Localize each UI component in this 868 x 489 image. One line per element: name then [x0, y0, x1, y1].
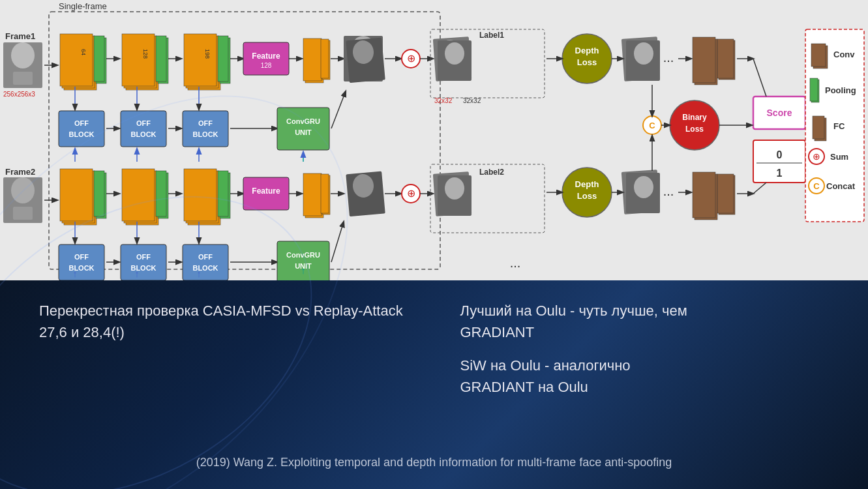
svg-text:Concat: Concat	[826, 181, 856, 191]
svg-text:⊕: ⊕	[407, 188, 415, 199]
svg-text:⊕: ⊕	[813, 151, 820, 162]
svg-text:32x32: 32x32	[434, 97, 453, 104]
svg-rect-201	[813, 116, 824, 139]
svg-rect-65	[693, 37, 715, 83]
svg-text:Label1: Label1	[479, 31, 504, 40]
svg-rect-12	[94, 36, 104, 82]
svg-text:Feature: Feature	[252, 52, 280, 61]
svg-text:FC: FC	[833, 121, 845, 131]
right-text-line3: SiW на Oulu - аналогично GRADIANT на Oul…	[460, 355, 830, 398]
svg-text:0: 0	[777, 149, 783, 160]
svg-text:64: 64	[80, 49, 87, 55]
svg-rect-144	[693, 172, 715, 218]
svg-rect-26	[218, 36, 228, 82]
svg-text:128: 128	[261, 62, 272, 69]
size-label: 256x256x3	[3, 91, 35, 98]
svg-text:Loss: Loss	[577, 191, 597, 201]
svg-text:Conv: Conv	[833, 50, 855, 59]
svg-text:Binary: Binary	[682, 113, 707, 122]
svg-text:128: 128	[142, 49, 149, 59]
svg-rect-16	[122, 34, 155, 86]
svg-text:Sum: Sum	[830, 152, 848, 162]
svg-rect-23	[184, 34, 217, 86]
svg-text:Frame2: Frame2	[5, 167, 35, 177]
svg-point-60	[634, 42, 653, 65]
svg-point-130	[445, 177, 464, 200]
svg-rect-33	[303, 38, 322, 81]
svg-rect-198	[810, 78, 818, 101]
frame1-label: Frame1	[5, 31, 35, 41]
svg-rect-9	[60, 34, 93, 86]
svg-rect-195	[811, 44, 826, 67]
svg-rect-67	[717, 39, 734, 78]
svg-rect-5	[13, 72, 33, 85]
svg-text:...: ...	[663, 50, 674, 65]
svg-text:Loss: Loss	[577, 57, 597, 67]
right-text-line1: Лучший на Oulu - чуть лучше, чем GRADIAN…	[460, 300, 830, 343]
svg-text:⊕: ⊕	[407, 53, 415, 64]
svg-rect-35	[321, 39, 329, 78]
svg-point-139	[634, 176, 653, 198]
svg-rect-146	[717, 174, 734, 213]
svg-text:198: 198	[204, 49, 211, 59]
bottom-section: Перекрестная проверка CASIA-MFSD vs Repl…	[0, 280, 868, 489]
svg-rect-19	[156, 36, 166, 82]
svg-text:Score: Score	[767, 108, 792, 118]
svg-text:Loss: Loss	[685, 125, 704, 134]
svg-text:Depth: Depth	[575, 179, 599, 189]
svg-text:32x32: 32x32	[463, 97, 481, 104]
svg-text:Single-frame: Single-frame	[59, 1, 107, 11]
svg-text:1: 1	[777, 168, 783, 179]
svg-text:C: C	[813, 181, 820, 191]
bottom-right-panel: Лучший на Oulu - чуть лучше, чем GRADIAN…	[460, 300, 830, 398]
svg-text:Pooling: Pooling	[825, 85, 856, 95]
svg-text:BLOCK: BLOCK	[68, 130, 94, 138]
svg-text:C: C	[649, 121, 655, 130]
svg-point-49	[445, 42, 464, 65]
svg-text:...: ...	[510, 256, 521, 270]
svg-point-4	[11, 42, 35, 68]
svg-text:Label2: Label2	[479, 168, 504, 177]
svg-text:OFF: OFF	[74, 119, 89, 127]
svg-text:...: ...	[663, 184, 674, 198]
svg-text:Depth: Depth	[575, 46, 599, 55]
